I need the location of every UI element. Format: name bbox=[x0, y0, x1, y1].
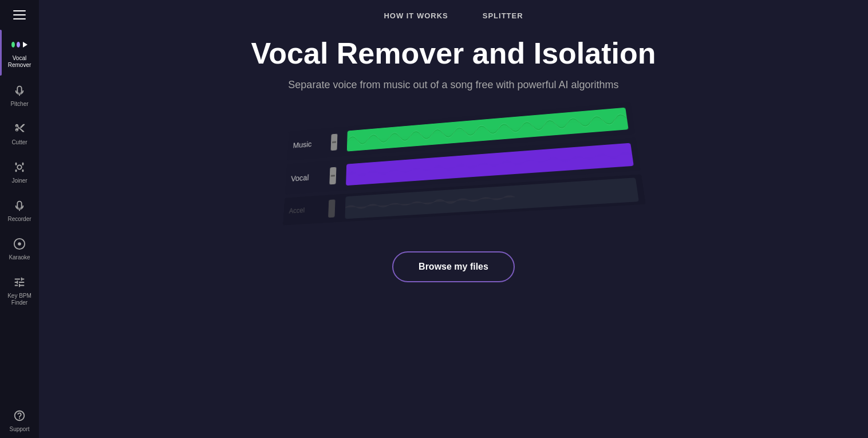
sidebar-item-label: Recorder bbox=[7, 216, 31, 222]
sidebar: Vocal Remover Pitcher Cutter Joiner bbox=[0, 0, 39, 438]
sidebar-item-cutter[interactable]: Cutter bbox=[0, 114, 39, 152]
sidebar-item-vocal-remover[interactable]: Vocal Remover bbox=[0, 30, 39, 76]
sidebar-item-karaoke[interactable]: Karaoke bbox=[0, 229, 39, 267]
sidebar-item-pitcher[interactable]: Pitcher bbox=[0, 76, 39, 114]
sidebar-item-label: Support bbox=[9, 426, 29, 432]
hamburger-button[interactable] bbox=[0, 0, 39, 30]
sidebar-item-joiner[interactable]: Joiner bbox=[0, 152, 39, 191]
nav-how-it-works[interactable]: HOW IT WORKS bbox=[384, 11, 448, 20]
waveform-visualization: Music Vocal bbox=[276, 114, 631, 228]
sidebar-item-label: Karaoke bbox=[9, 254, 30, 261]
cutter-icon bbox=[11, 121, 27, 137]
sidebar-item-key-bpm-finder[interactable]: Key BPM Finder bbox=[0, 267, 39, 313]
music-volume-slider[interactable] bbox=[326, 131, 342, 153]
key-bpm-finder-icon bbox=[11, 274, 27, 290]
menu-icon bbox=[13, 10, 26, 19]
browse-files-button[interactable]: Browse my files bbox=[392, 251, 515, 282]
sidebar-item-label: Cutter bbox=[11, 139, 27, 145]
music-slider-thumb bbox=[331, 134, 338, 151]
waveform-panel: Music Vocal bbox=[283, 102, 646, 227]
svg-point-1 bbox=[18, 242, 21, 246]
sidebar-item-label: Vocal Remover bbox=[8, 55, 31, 69]
vocal-remover-icon bbox=[11, 37, 27, 53]
main-content: HOW IT WORKS SPLITTER Vocal Remover and … bbox=[39, 0, 868, 438]
top-nav: HOW IT WORKS SPLITTER bbox=[39, 0, 868, 31]
recorder-icon bbox=[11, 198, 27, 214]
sidebar-item-recorder[interactable]: Recorder bbox=[0, 191, 39, 229]
support-icon bbox=[11, 408, 27, 424]
hero-section: Vocal Remover and Isolation Separate voi… bbox=[251, 37, 656, 282]
extra-track-label: Accel bbox=[289, 206, 318, 215]
nav-splitter[interactable]: SPLITTER bbox=[483, 11, 523, 20]
sidebar-item-label: Pitcher bbox=[10, 101, 28, 107]
vocal-volume-slider[interactable] bbox=[325, 165, 341, 187]
vocal-track-label: Vocal bbox=[291, 172, 320, 183]
extra-volume-slider[interactable] bbox=[323, 197, 340, 220]
joiner-icon bbox=[11, 159, 27, 175]
vocal-slider-thumb bbox=[329, 167, 336, 185]
sidebar-item-label: Joiner bbox=[11, 177, 27, 184]
extra-slider-thumb bbox=[328, 200, 335, 218]
sidebar-item-support[interactable]: Support bbox=[0, 401, 39, 438]
pitcher-icon bbox=[11, 82, 27, 98]
hero-title: Vocal Remover and Isolation bbox=[251, 37, 656, 70]
karaoke-icon bbox=[11, 236, 27, 252]
sidebar-item-label: Key BPM Finder bbox=[7, 293, 31, 306]
hero-subtitle: Separate voice from music out of a song … bbox=[288, 79, 618, 91]
music-track-label: Music bbox=[293, 139, 321, 149]
